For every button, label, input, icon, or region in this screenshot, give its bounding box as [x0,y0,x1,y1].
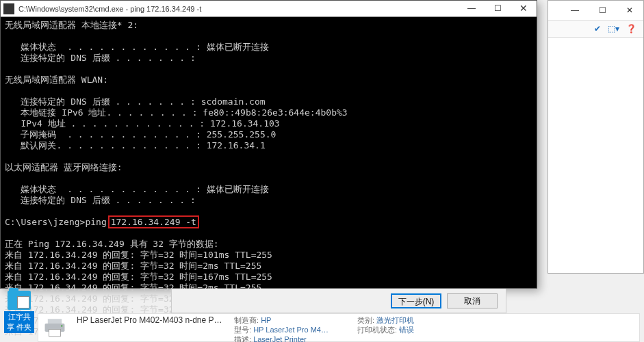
cmd-prompt: C:\Users\jzeng>ping [5,217,107,227]
desc-label: 描述: [234,335,251,342]
cat-value: 激光打印机 [376,316,414,324]
cmd-window: C:\Windows\system32\cmd.exe - ping 172.1… [0,0,537,289]
model-value: HP LaserJet Pro M4… [253,326,329,334]
svg-rect-0 [48,319,62,324]
mfr-label: 制造商: [234,316,259,324]
status-value: 错误 [399,326,414,334]
printer-icon [38,314,71,341]
printer-list-item[interactable]: HP LaserJet Pro M402-M403 n-dne P… 制造商: … [38,313,640,342]
next-button[interactable]: 下一步(N) [391,293,441,308]
background-window: — ☐ ✕ ✔ ⬚▾ ❓ [548,0,644,274]
bg-minimize-button[interactable]: — [561,1,589,20]
ping-command-highlight: 172.16.34.249 -t [108,215,199,228]
svg-rect-2 [49,330,61,337]
cmd-icon [3,3,14,14]
desktop-shared-folder-icon[interactable]: 江宇共享 件夹 [4,291,34,324]
cmd-title: C:\Windows\system32\cmd.exe - ping 172.1… [17,5,459,13]
svg-point-3 [61,325,63,327]
cmd-minimize-button[interactable]: — [459,1,485,16]
view-dropdown-icon[interactable]: ⬚▾ [608,24,619,34]
model-label: 型号: [234,326,251,334]
folder-icon [8,291,31,310]
wizard-button-row: 下一步(N) 取消 [171,289,506,313]
help-icon[interactable]: ❓ [626,24,636,34]
checkmark-icon[interactable]: ✔ [594,24,601,34]
cat-label: 类别: [357,316,374,324]
cmd-close-button[interactable]: ✕ [511,1,537,16]
desktop-icon-label: 江宇共享 件夹 [4,311,34,333]
cmd-text-pre: 无线局域网适配器 本地连接* 2: 媒体状态 . . . . . . . . .… [5,20,348,205]
bg-titlebar: — ☐ ✕ [548,1,643,20]
bg-maximize-button[interactable]: ☐ [589,1,616,20]
bg-toolbar: ✔ ⬚▾ ❓ [548,20,643,38]
printer-name: HP LaserJet Pro M402-M403 n-dne P… [77,315,223,325]
cmd-titlebar[interactable]: C:\Windows\system32\cmd.exe - ping 172.1… [1,1,537,17]
bg-close-button[interactable]: ✕ [616,1,643,20]
status-label: 打印机状态: [357,326,397,334]
desc-value: LaserJet Printer [253,335,307,342]
mfr-value: HP [261,316,271,324]
cancel-button[interactable]: 取消 [447,293,498,308]
cmd-maximize-button[interactable]: ☐ [485,1,511,16]
